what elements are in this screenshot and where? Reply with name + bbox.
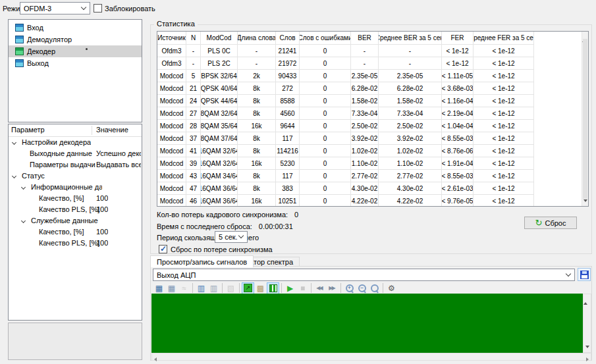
stats-table-row[interactable]: Modcod3916QAM 32/6416k523001.10e-021.10e…	[157, 157, 588, 170]
scroll-down-arrow-icon[interactable]	[585, 346, 589, 348]
param-row[interactable]: Качество PLS, [%]100	[9, 238, 142, 249]
reset-button[interactable]: ↻ Сброс	[524, 217, 577, 229]
avg-period-select[interactable]: 5 сек.	[215, 231, 248, 243]
stats-table-row[interactable]: Modcod4616QAM 36/6416k1025104.22e-024.22…	[157, 195, 588, 207]
stats-header-cell[interactable]: Среднее FER за 5 сек.	[474, 32, 534, 45]
stats-cell: 8k	[238, 107, 276, 120]
reset-on-sync-loss-label: Сброс по потере синхронизма	[171, 246, 273, 253]
stats-cell: Modcod	[157, 182, 186, 195]
chevron-down-icon	[238, 233, 244, 238]
stats-table-row[interactable]: Ofdm3-PLS 2C-219720--< 1e-12< 1e-12	[157, 57, 588, 70]
stats-header-cell[interactable]: ModCod	[201, 32, 238, 45]
expander-chevron-icon[interactable]	[21, 219, 26, 223]
signal-source-select[interactable]: Выход АЦП	[153, 269, 575, 281]
parameters-panel[interactable]: Параметр Значение Настройки декодераВыхо…	[8, 124, 142, 321]
stats-header-cell[interactable]: FER	[442, 32, 474, 45]
scroll-right-arrow-icon[interactable]	[586, 357, 589, 361]
display-vscrollbar[interactable]	[583, 294, 591, 353]
stats-header-row: ИсточникNModCodДлина словаСловСлов с оши…	[157, 32, 588, 45]
table-columns-button[interactable]: ▥	[195, 282, 207, 294]
param-row[interactable]: Качество PLS, [%]100	[9, 204, 142, 215]
stats-cell: 21972	[276, 57, 300, 70]
param-row[interactable]: Качество, [%]100	[9, 226, 142, 238]
scroll-down-arrow-icon[interactable]	[583, 199, 587, 202]
scroll-left-arrow-icon[interactable]	[154, 357, 157, 361]
stats-table-row[interactable]: Modcod4716QAM 36/648k38304.30e-024.30e-0…	[157, 182, 588, 195]
stats-cell: 4560	[276, 107, 300, 120]
mode-select[interactable]: OFDM-3	[20, 2, 90, 14]
param-row[interactable]: Настройки декодера	[9, 137, 142, 148]
settings-gear-button[interactable]: ⚙	[385, 282, 398, 294]
status-empty-panel	[8, 323, 142, 360]
param-row[interactable]: Выходные данныеУспешно декоди...	[9, 148, 142, 159]
lock-checkbox[interactable]	[94, 4, 102, 13]
stats-filler-cell	[534, 82, 588, 95]
param-row[interactable]: Статус	[9, 170, 142, 182]
stats-table-row[interactable]: Modcod278QAM 32/648k456007.33e-047.33e-0…	[157, 107, 588, 120]
zoom-fit-button[interactable]	[368, 282, 381, 294]
open-signal-table-button[interactable]: ▦	[153, 282, 165, 294]
spectrum-bars-button[interactable]	[267, 282, 279, 294]
stats-cell: 47	[186, 182, 201, 195]
param-value: 100	[96, 205, 108, 213]
tree-item-2[interactable]: Декодер	[9, 45, 142, 57]
stats-table-row[interactable]: Ofdm3-PLS 0C-212410--< 1e-12< 1e-12	[157, 45, 588, 57]
stats-cell: 7.33e-04	[379, 107, 442, 120]
signal-values-button[interactable]: ▩	[254, 282, 267, 294]
stats-table-row[interactable]: Modcod24QPSK 44/648k858801.58e-021.58e-0…	[157, 95, 588, 107]
expander-chevron-icon[interactable]	[12, 140, 16, 145]
display-hscrollbar[interactable]	[151, 353, 591, 361]
module-tree[interactable]: ВходДемодуляторДекодерВыход	[8, 19, 142, 122]
expander-chevron-icon[interactable]	[21, 185, 26, 190]
stats-header-cell[interactable]: BER	[351, 32, 379, 45]
zoom-out-button[interactable]: −	[356, 282, 368, 294]
tab-signal-view[interactable]: Просмотр/запись сигналов	[150, 255, 254, 267]
param-row[interactable]: Качество, [%]100	[9, 193, 142, 204]
stats-cell: QPSK 44/64	[201, 95, 238, 107]
stats-table-row[interactable]: Modcod4316QAM 34/648k11702.77e-022.77e-0…	[157, 170, 588, 182]
tree-item-0[interactable]: Вход	[9, 22, 142, 34]
stats-cell: 8588	[276, 95, 300, 107]
param-row[interactable]: Служебные данные	[9, 215, 142, 226]
scrollbar-thumb[interactable]	[583, 39, 587, 199]
stats-header-cell[interactable]: Слов	[276, 32, 300, 45]
scroll-up-arrow-icon[interactable]	[583, 294, 587, 305]
stats-header-cell[interactable]: Слов с ошибками	[300, 32, 351, 45]
stats-header-cell[interactable]: Длина слова	[238, 32, 276, 45]
value-column-header[interactable]: Значение	[96, 126, 128, 134]
expander-chevron-icon[interactable]	[12, 174, 16, 178]
constellation-diagram-button[interactable]: ↗	[242, 282, 254, 294]
zoom-in-button[interactable]: +	[343, 282, 356, 294]
toolbar-separator	[311, 283, 312, 293]
reset-on-sync-loss-checkbox[interactable]	[159, 245, 167, 253]
stats-table-row[interactable]: Modcod378QAM 37/648k11703.92e-023.92e-02…	[157, 132, 588, 145]
stats-header-cell[interactable]: N	[186, 32, 201, 45]
stats-filler-cell	[534, 195, 588, 207]
save-signal-button[interactable]	[578, 268, 591, 281]
param-row[interactable]: Информационные дан...	[9, 182, 142, 193]
stats-cell: 2.50e-02	[379, 120, 442, 132]
stats-cell: 8QAM 37/64	[201, 132, 238, 145]
table-columns-2-button[interactable]: ▥	[207, 282, 220, 294]
param-column-header[interactable]: Параметр	[11, 126, 45, 134]
stats-cell: 1.58e-02	[351, 95, 379, 107]
stats-header-cell[interactable]: Источник	[157, 32, 186, 45]
fast-forward-button[interactable]: ▶▶	[326, 282, 339, 294]
stats-table-row[interactable]: Modcod288QAM 35/6416k964402.50e-022.50e-…	[157, 120, 588, 132]
tree-item-1[interactable]: Демодулятор	[9, 34, 142, 45]
open-signal-table-2-button[interactable]: ▦	[165, 282, 178, 294]
play-button[interactable]: ▶	[284, 282, 296, 294]
rewind-button[interactable]: ◀◀	[313, 282, 326, 294]
stats-cell: 16QAM 36/64	[201, 182, 238, 195]
stats-header-cell[interactable]: Среднее BER за 5 сек.	[379, 32, 442, 45]
stats-table-row[interactable]: Modcod5BPSK 32/642k9043302.35e-052.35e-0…	[157, 70, 588, 82]
param-label: Качество PLS, [%]	[39, 239, 99, 247]
stats-table-row[interactable]: Modcod21QPSK 40/648k27206.28e-026.28e-02…	[157, 82, 588, 95]
tree-item-3[interactable]: Выход	[9, 57, 142, 69]
stats-table-row[interactable]: Modcod4116QAM 32/648k11421601.02e-021.02…	[157, 145, 588, 157]
signal-display[interactable]	[151, 294, 583, 353]
stats-table-vscrollbar[interactable]	[582, 32, 588, 206]
toolbar-separator	[239, 283, 240, 293]
param-row[interactable]: Параметры выдачиВыдавать все	[9, 159, 142, 170]
statistics-table[interactable]: ИсточникNModCodДлина словаСловСлов с оши…	[157, 31, 589, 207]
